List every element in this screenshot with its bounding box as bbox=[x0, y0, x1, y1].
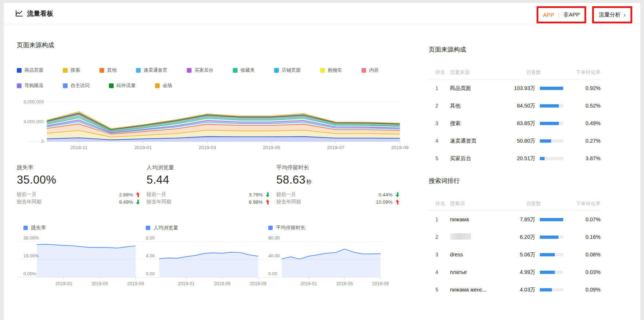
legend-item[interactable]: 搜索 bbox=[63, 67, 80, 74]
table-row: 3搜索83.85万0.49% bbox=[429, 114, 601, 132]
mini-area-chart-svg: 0.0040.0080.002019-012019-052019-09 bbox=[262, 234, 384, 289]
cell-name: 速卖通首页 bbox=[450, 138, 500, 144]
comparison-value: 3.79% bbox=[198, 192, 266, 197]
cell-rank: 2 bbox=[429, 234, 450, 240]
legend-swatch-icon bbox=[63, 68, 68, 73]
trend-down-icon bbox=[136, 199, 140, 205]
trend-up-icon bbox=[136, 192, 140, 197]
cell-bar bbox=[535, 139, 567, 143]
cell-bar bbox=[535, 288, 567, 291]
legend-item[interactable]: 收藏夹 bbox=[233, 67, 255, 74]
kpi-comparisons: 较前一月0.44%较去年同期10.09% bbox=[276, 191, 406, 206]
page-source-trend-chart: 04,000,0008,000,0002018-112019-012019-03… bbox=[17, 98, 402, 154]
app-toggle-option-non-app[interactable]: 非APP bbox=[563, 11, 580, 18]
traffic-analysis-link[interactable]: 流量分析 › bbox=[599, 11, 626, 18]
comparison-row: 较前一月0.44% bbox=[276, 191, 404, 198]
kpi-label: 人均浏览量 bbox=[147, 164, 276, 171]
mini-area-chart-svg: 0.004.008.002019-012019-052019-09 bbox=[139, 234, 262, 289]
cell-conversion: 0.03% bbox=[567, 269, 601, 275]
legend-item[interactable]: 其他 bbox=[99, 67, 117, 74]
legend-item-label: 搜索 bbox=[71, 67, 80, 74]
comparison-value: 0.44% bbox=[327, 192, 395, 197]
app-toggle-option-app[interactable]: APP bbox=[543, 12, 554, 18]
mini-chart-block: 平均停留时长 0.0040.0080.002019-012019-052019-… bbox=[262, 225, 384, 290]
table-row: 5пижама женс...4.03万0.09% bbox=[429, 281, 601, 298]
table-row: 5买家后台20.51万3.87% bbox=[429, 150, 601, 167]
cell-bar bbox=[535, 271, 567, 274]
visitors-bar bbox=[540, 104, 559, 108]
svg-text:38.00%: 38.00% bbox=[23, 236, 39, 241]
svg-text:2019-05: 2019-05 bbox=[214, 281, 231, 286]
visitors-bar-track bbox=[540, 139, 563, 143]
svg-text:8,000,000: 8,000,000 bbox=[23, 99, 44, 105]
legend-item[interactable]: 自主访问 bbox=[63, 82, 90, 89]
kpi-value-line: 58.63秒 bbox=[276, 173, 406, 187]
svg-text:2019-09: 2019-09 bbox=[372, 281, 389, 286]
mini-chart-legend[interactable]: 平均停留时长 bbox=[268, 225, 384, 231]
legend-item[interactable]: 内容 bbox=[361, 67, 379, 74]
visitors-bar-track bbox=[540, 271, 563, 274]
legend-item-label: 速卖通首页 bbox=[144, 67, 167, 74]
stacked-area-chart-svg: 04,000,0008,000,0002018-112019-012019-03… bbox=[17, 98, 402, 153]
legend-item[interactable]: 店铺页面 bbox=[274, 67, 301, 74]
kpi-value: 5.44 bbox=[147, 173, 169, 186]
table-row: 4платье4.99万0.03% bbox=[429, 263, 601, 281]
visitors-bar bbox=[540, 157, 545, 160]
legend-item-label: 店铺页面 bbox=[282, 67, 301, 74]
visitors-bar-track bbox=[540, 157, 563, 160]
cell-rank: 3 bbox=[429, 252, 450, 257]
legend-swatch-icon bbox=[17, 83, 22, 88]
legend-swatch-icon bbox=[187, 68, 192, 73]
legend-item[interactable]: 速卖通首页 bbox=[136, 67, 167, 74]
comparison-label: 较前一月 bbox=[17, 191, 68, 198]
mini-chart-legend[interactable]: 跳失率 bbox=[23, 225, 139, 231]
comparison-label: 较前一月 bbox=[147, 191, 198, 198]
table-row: 3dress5.06万0.08% bbox=[429, 246, 601, 263]
legend-item[interactable]: 买家后台 bbox=[187, 67, 213, 74]
legend-item[interactable]: 导购频道 bbox=[17, 82, 43, 89]
app-toggle: APP | 非APP bbox=[543, 11, 580, 18]
traffic-analysis-label: 流量分析 bbox=[599, 11, 621, 18]
search-terms-table: 排名搜索词访客数下单转化率1пижама7.85万0.07%26.20万0.16… bbox=[429, 197, 601, 298]
cell-conversion: 0.27% bbox=[567, 138, 601, 144]
annotation-box-traffic-analysis: 流量分析 › bbox=[592, 6, 632, 23]
kpi-comparisons: 较前一月2.88%较去年同期9.49% bbox=[17, 191, 147, 206]
svg-text:2019-01: 2019-01 bbox=[56, 281, 72, 286]
svg-text:2019-01: 2019-01 bbox=[300, 281, 317, 286]
comparison-label: 较去年同期 bbox=[276, 199, 327, 205]
column-header-conversion: 下单转化率 bbox=[567, 69, 601, 76]
legend-item[interactable]: 商品页面 bbox=[17, 67, 43, 74]
column-header-conversion: 下单转化率 bbox=[567, 200, 601, 207]
kpi-card: 人均浏览量 5.44 较前一月3.79%较去年同期6.98% bbox=[147, 164, 276, 206]
legend-item[interactable]: 购物车 bbox=[320, 67, 342, 74]
cell-visitors: 7.85万 bbox=[500, 216, 535, 223]
legend-item-label: 买家后台 bbox=[194, 67, 213, 74]
legend-item-label: 商品页面 bbox=[24, 67, 43, 74]
legend-item-label: 其他 bbox=[107, 67, 117, 74]
cell-conversion: 3.87% bbox=[567, 155, 601, 161]
kpi-card: 跳失率 35.00% 较前一月2.88%较去年同期9.49% bbox=[17, 164, 147, 206]
table-row: 26.20万0.16% bbox=[429, 228, 601, 246]
page-source-table: 排名流量来源访客数下单转化率1商品页面103.93万0.92%2其他84.50万… bbox=[429, 65, 601, 167]
cell-bar bbox=[535, 122, 567, 125]
legend-swatch-icon bbox=[17, 68, 22, 73]
visitors-bar-track bbox=[540, 253, 563, 256]
comparison-value: 9.49% bbox=[68, 199, 136, 205]
cell-visitors: 103.93万 bbox=[500, 85, 535, 92]
table-row: 4速卖通首页50.80万0.27% bbox=[429, 132, 601, 150]
legend-item[interactable]: 会场 bbox=[155, 82, 172, 89]
right-column: 页面来源构成 排名流量来源访客数下单转化率1商品页面103.93万0.92%2其… bbox=[429, 24, 601, 298]
cell-conversion: 0.52% bbox=[567, 103, 601, 109]
table-row: 2其他84.50万0.52% bbox=[429, 97, 601, 114]
svg-text:80.00: 80.00 bbox=[268, 236, 280, 241]
visitors-bar bbox=[540, 253, 555, 256]
trend-down-icon bbox=[395, 192, 399, 197]
svg-text:2019-05: 2019-05 bbox=[336, 281, 353, 286]
legend-item[interactable]: 站外流量 bbox=[109, 82, 136, 89]
mini-chart-block: 跳失率 0.00%19.00%38.00%2019-012019-052019-… bbox=[17, 225, 139, 290]
legend-swatch-icon bbox=[155, 83, 160, 88]
mini-chart-legend[interactable]: 人均浏览量 bbox=[146, 225, 262, 231]
main-chart-legend: 商品页面搜索其他速卖通首页买家后台收藏夹店铺页面购物车内容导购频道自主访问站外流… bbox=[17, 67, 402, 89]
cell-visitors: 20.51万 bbox=[500, 155, 535, 162]
cell-visitors: 84.50万 bbox=[500, 102, 535, 109]
